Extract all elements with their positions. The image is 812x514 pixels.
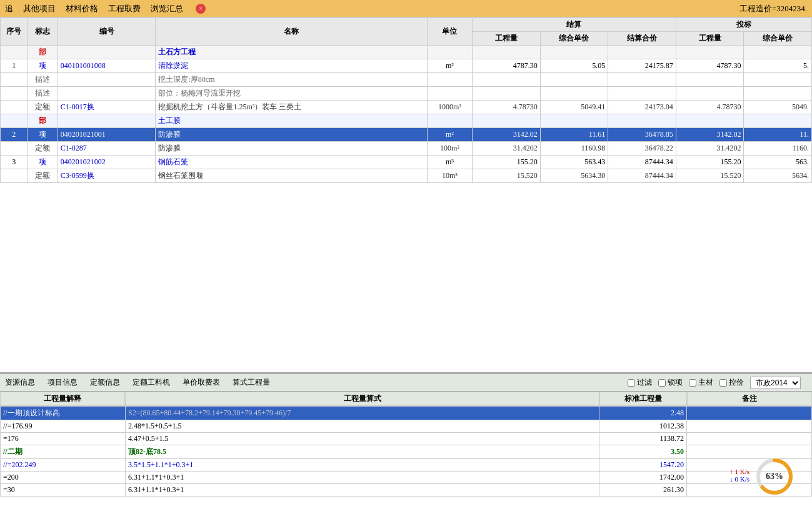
main-table-body: 部土石方工程1项040101001008清除淤泥m²4787.305.05241… [1, 46, 812, 183]
bottom-cell-std: 3.50 [599, 445, 687, 459]
bottom-table-row[interactable]: //一期顶设计标高S2=(80.65+80.44+78.2+79.14+79.3… [1, 407, 812, 420]
menu-item-material[interactable]: 材料价格 [66, 3, 98, 14]
checkbox-控价[interactable] [719, 379, 727, 387]
cell-bid-up: 5634. [744, 169, 812, 183]
cell-total [608, 73, 676, 87]
bottom-tab-0[interactable]: 资源信息 [5, 377, 35, 388]
bottom-cell-desc: =30 [1, 484, 126, 497]
cell-total: 24173.04 [608, 101, 676, 114]
checkbox-主材[interactable] [689, 379, 696, 387]
col-header-bid-up: 综合单价 [744, 32, 812, 46]
table-row[interactable]: 描述挖土深度:厚80cm [1, 73, 812, 87]
bottom-tab-3[interactable]: 定额工料机 [133, 377, 170, 388]
cell-seq [1, 73, 28, 87]
cell-seq: 2 [1, 128, 28, 142]
bottom-cell-note [687, 433, 812, 445]
table-row[interactable]: 描述部位：杨梅河导流渠开挖 [1, 87, 812, 101]
cell-code: 040201021002 [58, 156, 156, 169]
bottom-tab-5[interactable]: 算式工程量 [233, 377, 270, 388]
bottom-table-row[interactable]: //=202.2493.5*1.5+1.1*1+0.3+11547.20 [1, 459, 812, 472]
bth-note-header: 备注 [687, 392, 812, 406]
bth-formula-header: 工程量算式 [125, 392, 599, 406]
table-row[interactable]: 部土石方工程 [1, 46, 812, 59]
cell-bid-up: 11. [744, 128, 812, 142]
bottom-table-row[interactable]: //=176.992.48*1.5+0.5+1.51012.38 [1, 420, 812, 433]
main-table-area[interactable]: 序号 标志 编号 名称 单位 结算 投标 工程量 综合单价 结算合价 工程量 综… [0, 17, 812, 373]
cell-bid-up: 5049. [744, 101, 812, 114]
cell-unit: m² [427, 59, 472, 73]
bottom-tab-4[interactable]: 单价取费表 [183, 377, 220, 388]
close-button[interactable]: × [196, 4, 206, 14]
menu-item-cost[interactable]: 工程取费 [108, 3, 141, 14]
menu-item-chase[interactable]: 追 [5, 3, 13, 14]
cell-flag: 定额 [28, 169, 58, 183]
checkbox-item-2: 主材 [689, 377, 713, 388]
cell-flag: 描述 [28, 87, 58, 101]
cell-bid-qty: 4787.30 [676, 59, 744, 73]
col-header-code: 编号 [58, 18, 156, 46]
bottom-table-row[interactable]: //二期顶82-底78.53.50 [1, 445, 812, 459]
cell-qty [473, 46, 541, 59]
table-row[interactable]: 2项040201021001防渗膜m²3142.0211.6136478.853… [1, 128, 812, 142]
cell-qty: 15.520 [473, 169, 541, 183]
checkbox-锁项[interactable] [658, 379, 666, 387]
cell-qty: 3142.02 [473, 128, 541, 142]
cell-name: 挖土深度:厚80cm [156, 73, 427, 87]
bottom-table: //一期顶设计标高S2=(80.65+80.44+78.2+79.14+79.3… [0, 406, 812, 497]
cell-bid-qty: 4.78730 [676, 101, 744, 114]
cell-seq [1, 87, 28, 101]
checkbox-过滤[interactable] [628, 379, 635, 387]
bottom-cell-std: 261.30 [599, 484, 687, 497]
bottom-cell-desc: //二期 [1, 445, 126, 459]
checkbox-label-3: 控价 [729, 377, 744, 388]
table-row[interactable]: 1项040101001008清除淤泥m²4787.305.0524175.874… [1, 59, 812, 73]
bottom-table-tbody: //一期顶设计标高S2=(80.65+80.44+78.2+79.14+79.3… [1, 407, 812, 497]
cell-unitprice: 1160.98 [540, 142, 608, 156]
bottom-tab-2[interactable]: 定额信息 [90, 377, 120, 388]
menu-item-browse[interactable]: 浏览汇总 [151, 3, 183, 14]
progress-circle: 63% [756, 458, 793, 495]
cell-qty [473, 87, 541, 101]
cell-unit [427, 73, 472, 87]
main-wrapper: 序号 标志 编号 名称 单位 结算 投标 工程量 综合单价 结算合价 工程量 综… [0, 17, 812, 373]
cell-bid-qty: 3142.02 [676, 128, 744, 142]
cell-bid-up [744, 87, 812, 101]
menu-item-other[interactable]: 其他项目 [23, 3, 56, 14]
bottom-cell-desc: =200 [1, 472, 126, 484]
cell-flag: 定额 [28, 142, 58, 156]
cell-flag: 项 [28, 156, 58, 169]
bottom-table-row[interactable]: =2006.31+1.1*1+0.3+11742.00 [1, 472, 812, 484]
bottom-cell-desc: //=202.249 [1, 459, 126, 472]
cell-name: 挖掘机挖土方（斗容量1.25m³）装车 三类土 [156, 101, 427, 114]
cell-bid-up [744, 46, 812, 59]
cell-qty: 4787.30 [473, 59, 541, 73]
cell-code [58, 73, 156, 87]
table-row[interactable]: 定额C3-0599换钢丝石笼围堰10m³15.5205634.3087444.3… [1, 169, 812, 183]
cell-unitprice: 563.43 [540, 156, 608, 169]
table-row[interactable]: 定额C1-0017换挖掘机挖土方（斗容量1.25m³）装车 三类土1000m³4… [1, 101, 812, 114]
bottom-table-row[interactable]: =306.31+1.1*1+0.3+1261.30 [1, 484, 812, 497]
cell-bid-qty [676, 87, 744, 101]
bottom-tab-1[interactable]: 项目信息 [48, 377, 78, 388]
bottom-cell-note [687, 407, 812, 420]
bottom-cell-formula: 2.48*1.5+0.5+1.5 [126, 420, 599, 433]
cell-qty: 4.78730 [473, 101, 541, 114]
cell-total: 24175.87 [608, 59, 676, 73]
cell-seq [1, 169, 28, 183]
standard-dropdown[interactable]: 市政2014 [750, 377, 801, 389]
checkbox-label-0: 过滤 [637, 377, 652, 388]
table-row[interactable]: 部土工膜 [1, 114, 812, 128]
main-table: 序号 标志 编号 名称 单位 结算 投标 工程量 综合单价 结算合价 工程量 综… [0, 17, 812, 183]
cell-code: 040101001008 [58, 59, 156, 73]
table-row[interactable]: 3项040201021002钢筋石笼m³155.20563.4387444.34… [1, 156, 812, 169]
checkbox-item-3: 控价 [719, 377, 744, 388]
cell-unitprice [540, 46, 608, 59]
cell-bid-qty [676, 46, 744, 59]
bottom-table-row[interactable]: =1764.47+0.5+1.51138.72 [1, 433, 812, 445]
cell-unit [427, 46, 472, 59]
bottom-table-body[interactable]: //一期顶设计标高S2=(80.65+80.44+78.2+79.14+79.3… [0, 406, 812, 511]
cell-qty: 31.4202 [473, 142, 541, 156]
table-row[interactable]: 定额C1-0287防渗膜100m²31.42021160.9836478.223… [1, 142, 812, 156]
col-header-total: 结算合价 [608, 32, 676, 46]
cell-code [58, 46, 156, 59]
